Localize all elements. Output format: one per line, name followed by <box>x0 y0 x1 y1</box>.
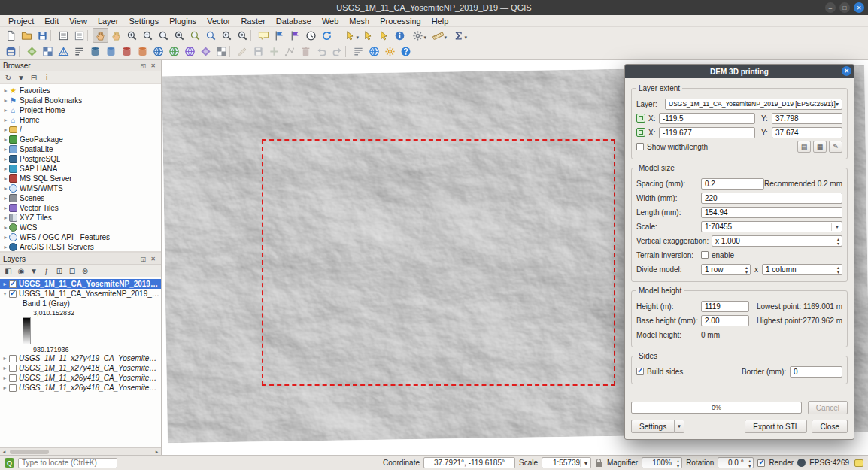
layer-visibility-checkbox[interactable] <box>9 280 17 288</box>
x-min-input[interactable]: -119.677 <box>659 127 755 138</box>
expand-arrow-icon[interactable] <box>2 117 9 123</box>
add-postgis-button[interactable] <box>87 44 103 59</box>
project-new-button[interactable] <box>3 28 19 43</box>
open-layer-styling-button[interactable]: ◧ <box>2 265 14 277</box>
draw-extent-button[interactable]: ✎ <box>829 141 842 153</box>
scroll-right-icon[interactable] <box>153 449 161 455</box>
browser-item[interactable]: Spatial Bookmarks <box>0 96 161 105</box>
scrollbar-thumb[interactable] <box>10 450 49 454</box>
expand-arrow-icon[interactable] <box>2 97 9 104</box>
dialog-close-button[interactable] <box>842 66 851 76</box>
coordinate-value[interactable]: 37.7921°, -119.6185° <box>423 457 515 468</box>
qgis-logo-icon[interactable]: Q <box>5 458 14 468</box>
scroll-left-icon[interactable] <box>0 449 8 455</box>
settings-dropdown-icon[interactable] <box>675 420 684 433</box>
settings-button[interactable]: Settings <box>631 420 675 433</box>
filter-by-expression-button[interactable]: ƒ <box>41 265 53 277</box>
zoom-full-button[interactable] <box>171 28 187 43</box>
expand-arrow-icon[interactable] <box>2 175 9 182</box>
set-extent-to-canvas-button[interactable]: ▦ <box>813 141 827 153</box>
toggle-editing-button[interactable] <box>235 44 250 59</box>
refresh-browser-button[interactable]: ↻ <box>2 72 14 83</box>
browser-item[interactable]: PostgreSQL <box>0 154 161 164</box>
expand-arrow-icon[interactable] <box>2 146 9 153</box>
add-feature-button[interactable] <box>266 44 282 59</box>
add-raster-layer-button[interactable] <box>40 44 56 59</box>
render-checkbox[interactable] <box>757 459 765 467</box>
expand-arrow-icon[interactable] <box>2 195 9 202</box>
refresh-map-button[interactable] <box>319 28 335 43</box>
terrain-inversion-checkbox[interactable] <box>701 251 709 259</box>
export-to-stl-button[interactable]: Export to STL <box>745 420 807 433</box>
expand-arrow-icon[interactable] <box>2 365 8 371</box>
browser-item[interactable]: Scenes <box>0 193 161 203</box>
layer-visibility-checkbox[interactable] <box>9 355 17 362</box>
rotation-spinner[interactable]: 0.0 ° <box>718 457 754 468</box>
crs-icon[interactable] <box>797 459 806 467</box>
spacing-input[interactable]: 0.2 <box>701 178 764 190</box>
temporal-controller-button[interactable] <box>303 28 319 43</box>
identify-features-button[interactable] <box>392 28 408 43</box>
run-feature-action-button[interactable] <box>408 28 428 43</box>
new-bookmark-button[interactable] <box>272 28 287 43</box>
browser-item[interactable]: SAP HANA <box>0 164 161 174</box>
layer-visibility-checkbox[interactable] <box>9 374 17 382</box>
filter-browser-button[interactable]: ▼ <box>15 72 27 83</box>
expand-arrow-icon[interactable] <box>2 136 9 143</box>
scale-select[interactable]: 1:70455 <box>701 221 842 232</box>
menu-item[interactable]: Processing <box>375 15 426 27</box>
pan-to-selection-button[interactable] <box>108 28 124 43</box>
horizontal-scrollbar[interactable] <box>0 447 161 455</box>
expand-arrow-icon[interactable] <box>2 156 9 162</box>
expand-arrow-icon[interactable] <box>2 234 9 241</box>
collapse-arrow-icon[interactable] <box>2 290 8 297</box>
zoom-native-button[interactable] <box>156 28 171 43</box>
menu-item[interactable]: Mesh <box>344 15 375 27</box>
x-max-input[interactable]: -119.5 <box>659 113 755 124</box>
metasearch-button[interactable] <box>366 44 382 59</box>
expand-arrow-icon[interactable] <box>2 384 8 391</box>
layer-select[interactable]: USGS_1M_11_CA_YosemiteNP_2019_D19 [EPSG:… <box>665 99 842 110</box>
layout-manager-button[interactable] <box>71 28 87 43</box>
float-panel-icon[interactable] <box>138 61 148 70</box>
menu-item[interactable]: Settings <box>123 15 164 27</box>
menu-item[interactable]: Layer <box>93 15 124 27</box>
zoom-next-button[interactable] <box>235 28 250 43</box>
magnifier-spinner[interactable]: 100% <box>642 457 682 468</box>
statistics-button[interactable] <box>448 28 469 43</box>
layer-item[interactable]: USGS_1M_11_x27y419_CA_YosemiteNP_2019_D1… <box>0 353 161 363</box>
expand-arrow-icon[interactable] <box>2 374 8 381</box>
build-sides-checkbox[interactable] <box>636 368 644 375</box>
float-panel-icon[interactable] <box>138 254 148 263</box>
y-max-input[interactable]: 37.798 <box>772 113 842 124</box>
vertex-tool-button[interactable] <box>282 44 298 59</box>
zoom-last-button[interactable] <box>219 28 235 43</box>
expand-arrow-icon[interactable] <box>2 165 9 172</box>
add-mesh-layer-button[interactable] <box>56 44 71 59</box>
vertical-exaggeration-spinner[interactable]: x 1.000 <box>712 235 842 247</box>
remove-layer-button[interactable]: ⊗ <box>79 265 91 277</box>
expand-arrow-icon[interactable] <box>2 87 9 94</box>
expand-arrow-icon[interactable] <box>2 244 9 250</box>
expand-arrow-icon[interactable] <box>2 214 9 221</box>
browser-item[interactable]: WMS/WMTS <box>0 183 161 193</box>
add-oracle-button[interactable] <box>135 44 150 59</box>
messages-icon[interactable] <box>854 459 863 467</box>
zoom-out-button[interactable] <box>140 28 156 43</box>
collapse-all-button[interactable]: ⊟ <box>28 72 40 83</box>
expand-arrow-icon[interactable] <box>2 280 8 287</box>
browser-item[interactable]: ArcGIS REST Servers <box>0 242 161 251</box>
save-edits-button[interactable] <box>250 44 266 59</box>
data-source-manager-button[interactable] <box>3 44 19 59</box>
show-bookmarks-button[interactable] <box>287 28 303 43</box>
add-vector-tile-button[interactable] <box>198 44 214 59</box>
maximize-button[interactable] <box>839 2 850 13</box>
menu-item[interactable]: Web <box>317 15 344 27</box>
expand-arrow-icon[interactable] <box>2 205 9 211</box>
layer-item[interactable]: USGS_1M_11_x26y418_CA_YosemiteNP_2019_D1… <box>0 383 161 393</box>
show-width-length-checkbox[interactable] <box>636 143 644 150</box>
browser-item[interactable]: Project Home <box>0 105 161 115</box>
base-height-input[interactable]: 2.00 <box>701 315 749 326</box>
close-dialog-button[interactable]: Close <box>812 420 848 433</box>
menu-item[interactable]: View <box>64 15 93 27</box>
